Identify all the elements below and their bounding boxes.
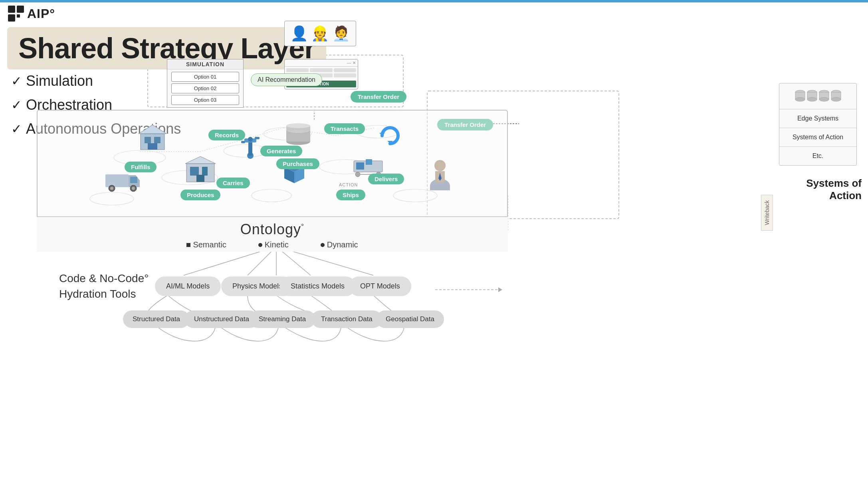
records-label: Records xyxy=(208,130,245,140)
checklist-item-simulation: ✓ Simulation xyxy=(11,73,181,89)
human-figure-1: 👤 xyxy=(290,25,308,42)
fulfills-label: Fulfills xyxy=(125,162,157,172)
sim-option-1[interactable]: Option 01 xyxy=(171,72,239,82)
svg-rect-55 xyxy=(356,162,364,170)
streaming-data-box: Streaming Data xyxy=(249,310,315,328)
svg-rect-39 xyxy=(190,167,199,176)
transfer-order-top-text: Transfer Order xyxy=(358,93,399,100)
svg-point-82 xyxy=(819,97,829,101)
logo-text: AIP° xyxy=(27,6,55,21)
code-label: Code & No-Code° Hydration Tools xyxy=(59,271,149,302)
writeback-label: Writeback xyxy=(761,195,773,231)
platform: Records Generates Transacts Purchases Ca… xyxy=(37,110,508,225)
svg-rect-44 xyxy=(248,142,252,156)
svg-marker-13 xyxy=(498,287,502,292)
monitor-close: ✕ xyxy=(353,61,356,65)
logo-icon xyxy=(8,6,24,22)
svg-point-71 xyxy=(434,160,446,171)
money-stack-icon xyxy=(284,122,312,147)
svg-marker-41 xyxy=(185,156,216,164)
statistics-models-box: Statistics Models xyxy=(279,277,356,296)
bullet-semantic: Semantic xyxy=(186,240,226,249)
logo: AIP° xyxy=(8,6,55,22)
svg-rect-47 xyxy=(255,137,260,139)
svg-rect-66 xyxy=(130,177,137,183)
opt-models-box: OPT Models xyxy=(349,277,411,296)
ai-recommendation-badge: AI Recommendation xyxy=(251,73,322,86)
svg-point-68 xyxy=(110,187,113,190)
monitor-cell xyxy=(310,68,332,72)
svg-point-79 xyxy=(807,97,817,101)
bullet-dot-semantic xyxy=(186,243,190,247)
warehouse-icon xyxy=(137,122,168,155)
transacts-label: Transacts xyxy=(324,123,365,134)
simulation-options: Option 01 Option 02 Option 03 xyxy=(167,69,243,107)
monitor-row-1 xyxy=(286,68,356,72)
carries-label: Carries xyxy=(216,178,250,188)
svg-rect-40 xyxy=(202,167,208,176)
check-icon-2: ✓ xyxy=(11,97,22,113)
monitor-titlebar: — ✕ xyxy=(285,59,358,67)
svg-rect-42 xyxy=(196,175,204,182)
ships-label: Ships xyxy=(336,190,365,200)
cycle-icon xyxy=(376,122,404,151)
monitor-cell xyxy=(334,73,356,77)
human-panel: 👤 👷 🧑‍💼 xyxy=(284,21,356,46)
ontology-section: Ontology° Semantic Kinetic Dynamic xyxy=(37,216,508,252)
simulation-box: SIMULATION Option 01 Option 02 Option 03 xyxy=(167,59,244,108)
sim-option-2[interactable]: Option 02 xyxy=(171,83,239,93)
bullet-dot-dynamic xyxy=(321,243,325,247)
right-panel-systems-action: Systems of Action xyxy=(779,128,856,146)
human-figure-3: 🧑‍💼 xyxy=(332,25,350,42)
svg-point-46 xyxy=(248,137,253,142)
delivers-label: Delivers xyxy=(368,174,404,184)
monitor-minimize: — xyxy=(347,61,351,65)
svg-point-85 xyxy=(831,97,841,101)
human-figure-2: 👷 xyxy=(311,25,329,42)
svg-rect-32 xyxy=(17,14,20,18)
bullet-dot-kinetic xyxy=(258,243,262,247)
ontology-title: Ontology° xyxy=(37,221,508,238)
sim-option-3[interactable]: Option 03 xyxy=(171,95,239,105)
svg-point-53 xyxy=(286,123,310,128)
svg-rect-30 xyxy=(17,6,24,13)
unstructured-data-box: Unstructured Data xyxy=(184,310,259,328)
svg-point-70 xyxy=(132,187,135,190)
svg-rect-48 xyxy=(241,141,245,143)
ai-recommendation-text: AI Recommendation xyxy=(258,76,315,83)
code-line1: Code & No-Code° xyxy=(59,271,149,286)
systems-of-action-label: Systems of Action xyxy=(772,177,862,202)
action-small-label: ACTION xyxy=(339,182,358,187)
svg-point-76 xyxy=(795,97,805,101)
right-panel-header xyxy=(779,83,856,109)
factory-icon xyxy=(184,152,216,186)
check-icon-3: ✓ xyxy=(11,121,22,136)
transfer-order-top: Transfer Order xyxy=(351,91,406,103)
svg-marker-37 xyxy=(139,125,166,134)
right-panel: Edge Systems Systems of Action Etc. xyxy=(779,83,857,166)
produces-label: Produces xyxy=(180,190,220,200)
svg-rect-31 xyxy=(8,14,15,22)
svg-rect-64 xyxy=(105,174,129,187)
top-border xyxy=(0,0,868,2)
monitor-cell xyxy=(286,68,309,72)
svg-rect-29 xyxy=(8,6,15,13)
geospatial-data-box: Geospatial Data xyxy=(376,310,444,328)
check-icon-1: ✓ xyxy=(11,73,22,89)
svg-rect-56 xyxy=(366,159,372,165)
monitor-cell xyxy=(334,68,356,72)
person-icon xyxy=(428,158,452,192)
svg-rect-34 xyxy=(145,137,151,143)
ontology-bullets: Semantic Kinetic Dynamic xyxy=(37,240,508,249)
transaction-data-box: Transaction Data xyxy=(311,310,382,328)
simulation-header: SIMULATION xyxy=(167,59,243,69)
code-line2: Hydration Tools xyxy=(59,286,149,302)
generates-label: Generates xyxy=(260,146,302,156)
structured-data-box: Structured Data xyxy=(123,310,190,328)
right-panel-edge-systems: Edge Systems xyxy=(779,109,856,128)
svg-rect-36 xyxy=(148,143,157,150)
bullet-dynamic: Dynamic xyxy=(321,240,358,249)
right-panel-etc: Etc. xyxy=(779,146,856,165)
aiml-models-box: AI/ML Models xyxy=(155,277,221,296)
bullet-kinetic: Kinetic xyxy=(258,240,289,249)
